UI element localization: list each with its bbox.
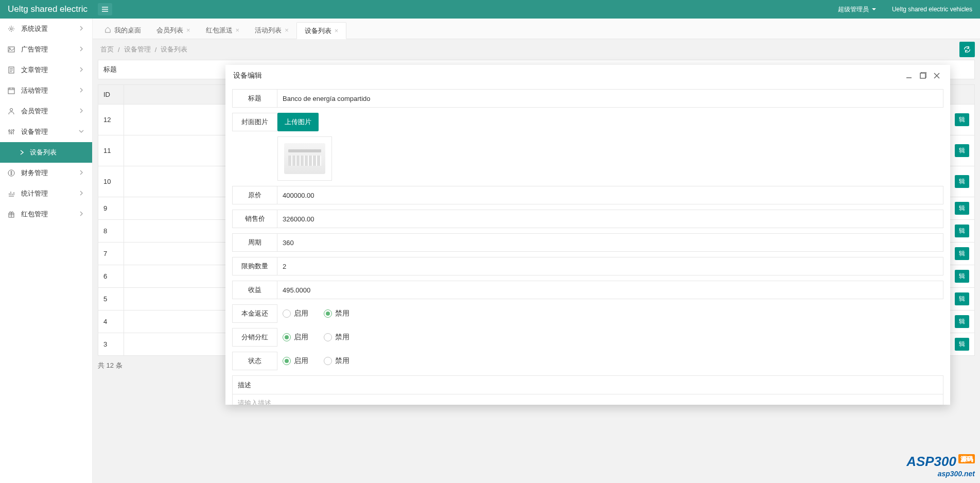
- device-thumbnail-icon: [284, 143, 325, 174]
- breadcrumb-current: 设备列表: [161, 45, 187, 54]
- chevron-icon: [78, 87, 84, 95]
- brand-title: Ueltg shared electric: [8, 4, 87, 14]
- label-title: 标题: [232, 89, 277, 108]
- sidebar-item-2[interactable]: 文章管理: [0, 60, 92, 80]
- cover-preview[interactable]: [277, 136, 332, 181]
- label-dividend: 分销分红: [232, 328, 277, 347]
- sidebar-item-6[interactable]: 财务管理: [0, 163, 92, 183]
- table-cell-id: 4: [98, 310, 124, 333]
- table-cell-id: 5: [98, 288, 124, 310]
- table-cell-id: 9: [98, 197, 124, 220]
- maximize-icon: [919, 72, 926, 79]
- svg-rect-4: [8, 88, 14, 94]
- sidebar-subitem-device-list[interactable]: 设备列表: [0, 142, 92, 163]
- sidebar-item-label: 系统设置: [21, 24, 48, 33]
- device-edit-modal: 设备编辑 标题 封面图片 上传图片 原价: [225, 65, 950, 405]
- close-tab-icon[interactable]: ×: [236, 26, 240, 34]
- edit-button[interactable]: 辑: [955, 292, 969, 305]
- input-sale[interactable]: [277, 210, 943, 228]
- tab-0[interactable]: 我的桌面: [97, 22, 149, 39]
- edit-button[interactable]: 辑: [955, 175, 969, 188]
- input-limit[interactable]: [277, 257, 943, 275]
- close-tab-icon[interactable]: ×: [186, 26, 190, 34]
- edit-button[interactable]: 辑: [955, 225, 969, 237]
- header: Ueltg shared electric 超级管理员 Ueltg shared…: [0, 0, 980, 19]
- chevron-icon: [78, 190, 84, 198]
- arrow-right-icon: [20, 149, 25, 157]
- tab-2[interactable]: 红包派送×: [198, 22, 248, 39]
- close-icon: [933, 72, 940, 79]
- description-label: 描述: [233, 376, 943, 394]
- radio-return-enable[interactable]: 启用: [283, 309, 308, 318]
- label-sale: 销售价: [232, 210, 277, 228]
- sidebar-item-8[interactable]: 红包管理: [0, 204, 92, 225]
- input-income[interactable]: [277, 281, 943, 299]
- sidebar-item-3[interactable]: 活动管理: [0, 80, 92, 101]
- svg-point-5: [10, 109, 13, 111]
- sidebar-item-7[interactable]: 统计管理: [0, 183, 92, 204]
- edit-button[interactable]: 辑: [955, 113, 969, 126]
- chevron-icon: [78, 46, 84, 54]
- input-price[interactable]: [277, 186, 943, 204]
- svg-point-0: [10, 28, 12, 30]
- sliders-icon: [8, 128, 16, 135]
- radio-status-disable[interactable]: 禁用: [324, 356, 349, 366]
- label-period: 周期: [232, 233, 277, 252]
- radio-dividend-disable[interactable]: 禁用: [324, 333, 349, 342]
- upload-image-button[interactable]: 上传图片: [277, 113, 319, 131]
- sidebar-item-1[interactable]: 广告管理: [0, 39, 92, 60]
- sidebar-item-label: 红包管理: [21, 210, 48, 219]
- tab-3[interactable]: 活动列表×: [247, 22, 296, 39]
- caret-down-icon: [871, 7, 877, 12]
- input-period[interactable]: [277, 233, 943, 252]
- menu-toggle-button[interactable]: [98, 3, 112, 15]
- edit-button[interactable]: 辑: [955, 338, 969, 351]
- table-cell-id: 6: [98, 265, 124, 288]
- user-dropdown[interactable]: 超级管理员: [838, 5, 877, 14]
- modal-maximize-button[interactable]: [917, 70, 929, 81]
- image-icon: [8, 46, 16, 53]
- modal-minimize-button[interactable]: [903, 70, 915, 81]
- sidebar-item-0[interactable]: 系统设置: [0, 19, 92, 39]
- input-title[interactable]: [277, 89, 943, 108]
- chevron-icon: [78, 108, 84, 115]
- label-cover: 封面图片: [232, 113, 277, 131]
- tab-1[interactable]: 会员列表×: [149, 22, 198, 39]
- tab-label: 红包派送: [206, 26, 233, 35]
- radio-dividend-enable[interactable]: 启用: [283, 333, 308, 342]
- close-tab-icon[interactable]: ×: [335, 27, 339, 34]
- edit-button[interactable]: 辑: [955, 270, 969, 283]
- radio-return-disable[interactable]: 禁用: [324, 309, 349, 318]
- modal-close-button[interactable]: [931, 70, 942, 81]
- description-textarea[interactable]: [233, 394, 943, 405]
- file-icon: [8, 66, 16, 74]
- table-cell-id: 7: [98, 243, 124, 265]
- breadcrumb-home[interactable]: 首页: [100, 45, 114, 54]
- user-name: 超级管理员: [838, 5, 869, 14]
- radio-status-enable[interactable]: 启用: [283, 356, 308, 366]
- edit-button[interactable]: 辑: [955, 315, 969, 328]
- edit-button[interactable]: 辑: [955, 247, 969, 260]
- sidebar-item-5[interactable]: 设备管理: [0, 122, 92, 142]
- edit-button[interactable]: 辑: [955, 202, 969, 215]
- user-icon: [8, 108, 16, 115]
- sidebar-item-4[interactable]: 会员管理: [0, 101, 92, 122]
- close-tab-icon[interactable]: ×: [285, 26, 289, 34]
- coin-icon: [8, 169, 16, 177]
- svg-rect-11: [920, 73, 925, 78]
- table-cell-id: 12: [98, 105, 124, 135]
- modal-title: 设备编辑: [233, 71, 901, 80]
- chevron-icon: [78, 128, 84, 136]
- table-cell-id: 8: [98, 220, 124, 243]
- edit-button[interactable]: 辑: [955, 144, 969, 157]
- refresh-button[interactable]: [959, 42, 975, 57]
- tab-label: 会员列表: [156, 26, 183, 35]
- gear-icon: [8, 25, 16, 32]
- tab-bar: 我的桌面会员列表×红包派送×活动列表×设备列表×: [93, 19, 980, 39]
- label-status: 状态: [232, 352, 277, 370]
- breadcrumb-mid[interactable]: 设备管理: [124, 45, 151, 54]
- sidebar-item-label: 广告管理: [21, 45, 48, 54]
- tab-4[interactable]: 设备列表×: [296, 22, 347, 39]
- sidebar-item-label: 设备管理: [21, 127, 48, 136]
- sidebar-item-label: 统计管理: [21, 189, 48, 198]
